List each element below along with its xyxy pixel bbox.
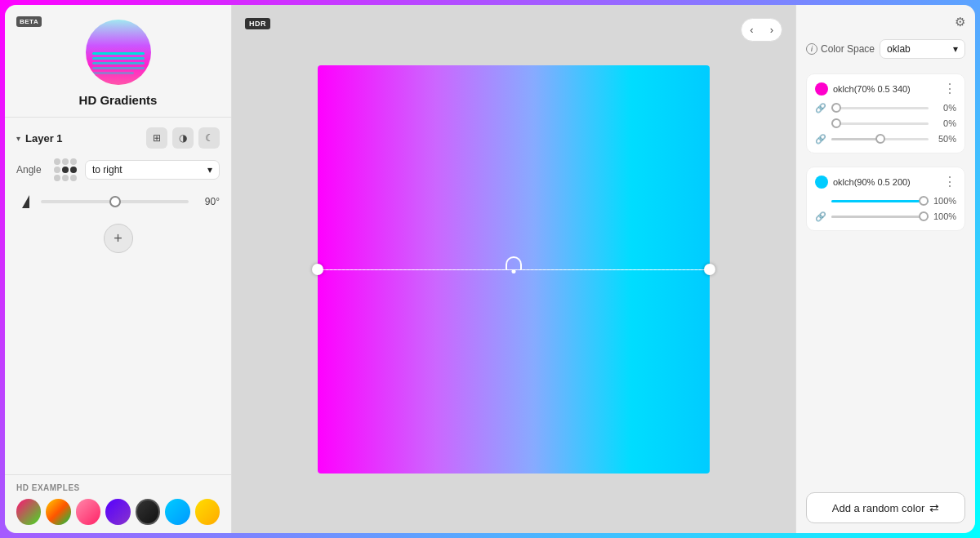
nav-prev-button[interactable]: ‹ (742, 19, 761, 41)
dot-tc (62, 158, 69, 165)
layer-circle-button[interactable]: ◑ (172, 127, 194, 149)
layer-title-group: ▾ Layer 1 (16, 132, 63, 145)
logo-line-5 (92, 72, 134, 74)
hd-examples-label: HD EXAMPLES (16, 483, 220, 492)
examples-row (16, 499, 220, 525)
example-yellow[interactable] (195, 499, 220, 525)
color-stop-2-slider-1-fill (831, 200, 929, 202)
angle-slider-track[interactable] (41, 200, 189, 203)
color-stop-1-slider-1-row: 🔗 0% (815, 102, 956, 113)
link-icon-3: 🔗 (815, 133, 826, 145)
color-stop-1-slider-2-track[interactable] (831, 122, 929, 125)
color-stop-1-slider-2-thumb[interactable] (831, 118, 841, 128)
link-icon-5: 🔗 (815, 211, 826, 222)
beta-badge: BETA (16, 16, 42, 27)
sidebar: BETA HD Gradients ▾ Layer 1 (5, 5, 232, 533)
layer-grid-button[interactable]: ⊞ (146, 127, 167, 149)
dot-mr (70, 167, 77, 173)
color-space-value: oklab (887, 43, 911, 55)
color-stop-1-more-button[interactable]: ⋮ (943, 82, 956, 96)
color-stop-2-slider-1-thumb[interactable] (919, 196, 929, 206)
app-title: HD Gradients (79, 93, 158, 107)
gradient-handle-mid[interactable] (506, 256, 522, 269)
logo-line-4 (92, 67, 145, 69)
gradient-handle-mid-dot (512, 269, 516, 273)
color-space-info-icon[interactable]: i (806, 43, 817, 55)
color-stop-1-slider-1-thumb[interactable] (831, 103, 841, 113)
example-rainbow[interactable] (46, 499, 70, 525)
layer-moon-button[interactable]: ☾ (198, 127, 220, 149)
color-stop-1-slider-3-fill (831, 138, 880, 140)
gradient-handle-left[interactable] (312, 264, 323, 275)
angle-select-chevron: ▾ (207, 164, 212, 176)
color-stop-2-slider-2-row: 🔗 100% (815, 211, 956, 222)
gradient-canvas[interactable] (318, 65, 710, 474)
layer-title: Layer 1 (25, 132, 63, 145)
color-stop-1-swatch[interactable] (815, 82, 828, 96)
dot-tr (70, 158, 77, 165)
angle-row: Angle to right ▾ (16, 158, 220, 181)
color-stop-2-card: oklch(90% 0.5 200) ⋮ 100% 🔗 (806, 167, 965, 231)
gradient-handle-right[interactable] (704, 264, 715, 275)
color-stop-2-swatch[interactable] (815, 176, 828, 189)
angle-direction-select[interactable]: to right ▾ (85, 160, 220, 180)
app-logo (86, 20, 151, 85)
angle-slider-row: 90° (16, 193, 220, 211)
app-container: BETA HD Gradients ▾ Layer 1 (5, 5, 975, 533)
add-layer-btn-container: + (16, 216, 220, 261)
color-stop-1-slider-3-value: 50% (933, 134, 956, 144)
color-stop-1-card: oklch(70% 0.5 340) ⋮ 🔗 0% (806, 73, 965, 153)
example-pink-green[interactable] (16, 499, 41, 525)
color-stop-2-slider-2-fill (831, 216, 929, 218)
triangle-shape (22, 195, 29, 208)
logo-lines (92, 52, 145, 77)
right-panel: ⚙ i Color Space oklab ▾ oklch(70% 0.5 34… (795, 5, 975, 533)
add-random-color-label: Add a random color (832, 502, 924, 514)
dot-mc (62, 167, 69, 173)
layer-collapse-icon[interactable]: ▾ (16, 134, 20, 143)
color-stop-2-slider-2-value: 100% (933, 211, 956, 221)
color-stop-1-slider-3-thumb[interactable] (875, 134, 885, 144)
color-stop-2-slider-1-value: 100% (933, 196, 956, 206)
color-stop-2-sliders: 100% 🔗 100% (815, 195, 956, 222)
canvas-area: HDR ‹ › (232, 5, 795, 533)
settings-button[interactable]: ⚙ (955, 15, 965, 29)
dot-bl (54, 175, 60, 181)
dot-ml (54, 167, 60, 173)
link-icon-1: 🔗 (815, 102, 826, 113)
example-cyan[interactable] (165, 499, 189, 525)
color-stop-1-slider-1-value: 0% (933, 103, 956, 113)
color-stop-2-slider-2-track[interactable] (831, 216, 929, 218)
hdr-badge: HDR (245, 18, 270, 29)
dot-br (70, 175, 77, 181)
color-stop-2-more-button[interactable]: ⋮ (943, 176, 956, 189)
slider-triangle-icon (16, 193, 34, 211)
direction-dots[interactable] (54, 158, 77, 181)
example-pink[interactable] (76, 499, 100, 525)
color-stop-1-slider-2-row: 0% (815, 118, 956, 129)
color-stop-1-slider-1-track[interactable] (831, 107, 929, 109)
color-stop-1-header: oklch(70% 0.5 340) ⋮ (815, 82, 956, 96)
color-space-select[interactable]: oklab ▾ (880, 39, 965, 59)
color-space-label: i Color Space (806, 43, 875, 55)
add-random-color-button[interactable]: Add a random color ⇄ (806, 492, 965, 523)
angle-slider-thumb[interactable] (109, 196, 121, 207)
color-space-text: Color Space (821, 43, 875, 55)
right-panel-top: ⚙ (806, 15, 965, 29)
color-stop-1-slider-3-track[interactable] (831, 138, 929, 140)
color-stop-2-slider-1-track[interactable] (831, 200, 929, 202)
color-stop-2-slider-2-thumb[interactable] (919, 211, 929, 221)
layer-icons: ⊞ ◑ ☾ (146, 127, 220, 149)
sidebar-body: ▾ Layer 1 ⊞ ◑ ☾ Angle (5, 118, 231, 474)
color-stop-1-slider-2-value: 0% (933, 118, 956, 128)
example-dark[interactable] (136, 499, 161, 525)
add-layer-button[interactable]: + (104, 224, 133, 253)
logo-line-1 (92, 52, 145, 55)
color-stop-2-label: oklch(90% 0.5 200) (833, 177, 938, 187)
color-space-row: i Color Space oklab ▾ (806, 39, 965, 59)
nav-next-button[interactable]: › (762, 19, 782, 41)
dot-tl (54, 158, 60, 165)
color-stop-1-slider-3-row: 🔗 50% (815, 133, 956, 145)
color-stop-2-slider-1-row: 100% (815, 195, 956, 207)
example-purple[interactable] (105, 499, 130, 525)
